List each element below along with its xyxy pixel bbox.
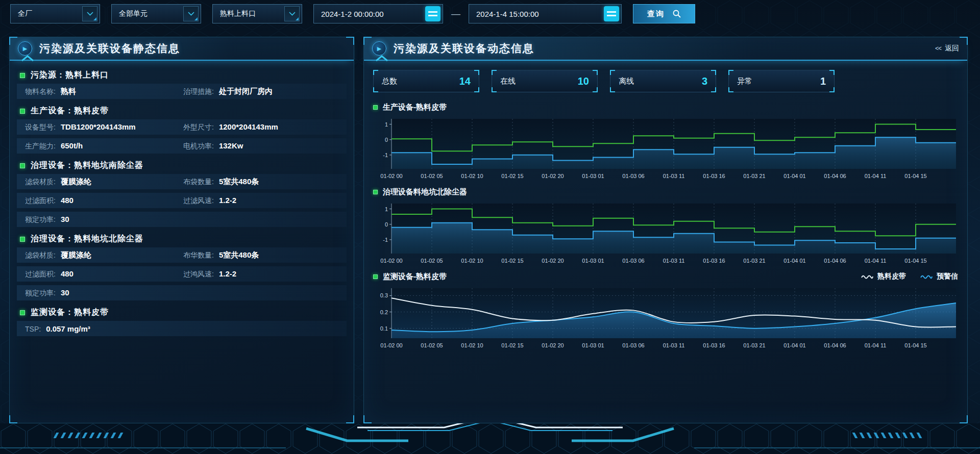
charts-area: 生产设备-熟料皮带10-101-02 0001-02 0501-02 1001-… bbox=[364, 96, 967, 351]
info-cell: 滤袋材质:覆膜涤纶 bbox=[25, 177, 183, 187]
stat-corner-decoration bbox=[728, 87, 733, 92]
info-value: 5室共480条 bbox=[219, 177, 259, 187]
calendar-icon[interactable] bbox=[604, 6, 619, 21]
select-pollution-source[interactable]: 熟料上料口 bbox=[212, 4, 302, 23]
svg-text:01-02 20: 01-02 20 bbox=[542, 258, 564, 264]
static-info-header: ▶ 污染源及关联设备静态信息 bbox=[10, 37, 354, 61]
svg-text:01-02 00: 01-02 00 bbox=[380, 173, 402, 179]
legend-item[interactable]: 熟料皮带 bbox=[861, 272, 906, 281]
date-from-input[interactable]: 2024-1-2 00:00:00 bbox=[313, 4, 443, 23]
svg-text:-1: -1 bbox=[383, 237, 388, 243]
chart-block: 监测设备-熟料皮带熟料皮带预警信0.30.20.101-02 0001-02 0… bbox=[373, 269, 958, 351]
chart-bullet-icon bbox=[373, 105, 378, 110]
svg-text:01-04 01: 01-04 01 bbox=[783, 173, 805, 179]
query-button[interactable]: 查询 bbox=[633, 4, 695, 23]
stat-corner-decoration bbox=[492, 87, 497, 92]
svg-text:01-02 10: 01-02 10 bbox=[461, 342, 483, 348]
chevron-down-icon[interactable] bbox=[284, 6, 300, 21]
svg-text:01-03 16: 01-03 16 bbox=[703, 342, 725, 348]
info-cell: 设备型号:TDB1200*204143mm bbox=[25, 122, 183, 132]
svg-text:0.2: 0.2 bbox=[380, 309, 388, 315]
info-cell: 额定功率:30 bbox=[25, 288, 341, 298]
info-label: 生产能力: bbox=[25, 142, 56, 151]
info-value: 0.057 mg/m³ bbox=[46, 324, 90, 333]
legend-item[interactable]: 预警信 bbox=[920, 272, 958, 281]
dynamic-info-title: 污染源及关联设备动态信息 bbox=[394, 41, 534, 56]
info-row: 过滤面积:480过滤风速:1.2-2 bbox=[17, 193, 347, 208]
device-stats-row: 总数14在线10离线3异常1 bbox=[364, 61, 967, 96]
info-label: 电机功率: bbox=[183, 142, 214, 151]
chart-title: 监测设备-熟料皮带 bbox=[383, 272, 447, 282]
chart-title-row: 生产设备-熟料皮带 bbox=[373, 99, 958, 115]
stat-label: 离线 bbox=[619, 77, 634, 86]
section-heading: 治理设备：熟料地坑南除尘器 bbox=[17, 157, 347, 174]
select-unit[interactable]: 全部单元 bbox=[111, 4, 201, 23]
info-value: 1200*204143mm bbox=[219, 122, 278, 131]
svg-text:01-03 06: 01-03 06 bbox=[622, 258, 644, 264]
svg-text:01-03 01: 01-03 01 bbox=[582, 173, 604, 179]
select-pollution-source-value: 熟料上料口 bbox=[220, 9, 256, 18]
chevron-down-icon[interactable] bbox=[82, 6, 97, 21]
svg-text:01-04 11: 01-04 11 bbox=[865, 173, 887, 179]
section-heading-label: 治理设备：熟料地坑南除尘器 bbox=[31, 160, 143, 171]
select-plant-value: 全厂 bbox=[18, 9, 32, 18]
svg-text:-1: -1 bbox=[383, 152, 388, 158]
info-value: 1.2-2 bbox=[219, 269, 236, 278]
info-cell: 滤袋材质:覆膜涤纶 bbox=[25, 250, 183, 260]
date-to-input[interactable]: 2024-1-4 15:00:00 bbox=[469, 4, 622, 23]
svg-text:01-02 15: 01-02 15 bbox=[501, 342, 523, 348]
info-value: 熟料 bbox=[61, 87, 76, 96]
stat-card: 在线10 bbox=[492, 70, 598, 92]
stat-corner-decoration bbox=[373, 87, 378, 92]
section-heading: 监测设备：熟料皮带 bbox=[17, 304, 347, 321]
info-label: 滤袋材质: bbox=[25, 178, 56, 187]
info-cell: 布华数量:5室共480条 bbox=[183, 250, 341, 260]
svg-text:01-04 01: 01-04 01 bbox=[783, 342, 805, 348]
svg-text:01-02 15: 01-02 15 bbox=[501, 173, 523, 179]
svg-text:1: 1 bbox=[385, 121, 388, 128]
stat-corner-decoration bbox=[610, 70, 615, 75]
svg-text:01-03 21: 01-03 21 bbox=[743, 258, 765, 264]
svg-text:01-03 11: 01-03 11 bbox=[663, 258, 685, 264]
section-heading: 生产设备：熟料皮带 bbox=[17, 103, 347, 119]
stat-value: 10 bbox=[578, 75, 589, 87]
svg-text:01-03 11: 01-03 11 bbox=[663, 342, 685, 348]
info-cell: TSP:0.057 mg/m³ bbox=[25, 324, 341, 333]
dynamic-info-panel: ▶ 污染源及关联设备动态信息 << 返回 总数14在线10离线3异常1 生产设备… bbox=[363, 37, 968, 423]
chart-bullet-icon bbox=[373, 274, 378, 279]
section-heading-label: 生产设备：熟料皮带 bbox=[31, 106, 109, 116]
info-row: 滤袋材质:覆膜涤纶布袋数量:5室共480条 bbox=[17, 174, 347, 189]
info-row: 生产能力:650t/h电机功率:132Kw bbox=[17, 138, 347, 154]
stat-value: 14 bbox=[459, 75, 471, 87]
svg-text:01-03 21: 01-03 21 bbox=[743, 173, 765, 179]
stat-corner-decoration bbox=[711, 87, 716, 92]
svg-text:01-04 15: 01-04 15 bbox=[904, 258, 926, 264]
stat-label: 在线 bbox=[500, 77, 516, 86]
play-icon: ▶ bbox=[372, 41, 386, 56]
select-plant[interactable]: 全厂 bbox=[10, 4, 100, 23]
section-heading-label: 治理设备：熟料地坑北除尘器 bbox=[31, 234, 143, 244]
svg-text:01-04 15: 01-04 15 bbox=[904, 173, 926, 179]
back-button-label: 返回 bbox=[945, 44, 959, 53]
date-to-value: 2024-1-4 15:00:00 bbox=[476, 10, 539, 18]
info-row: TSP:0.057 mg/m³ bbox=[17, 321, 347, 336]
info-cell: 额定功率:30 bbox=[25, 215, 341, 224]
date-from-value: 2024-1-2 00:00:00 bbox=[321, 10, 384, 18]
calendar-icon[interactable] bbox=[425, 6, 440, 21]
info-label: 物料名称: bbox=[25, 87, 56, 96]
info-label: 过滤面积: bbox=[25, 196, 56, 206]
chart-block: 生产设备-熟料皮带10-101-02 0001-02 0501-02 1001-… bbox=[373, 99, 958, 182]
info-label: 过鸿风速: bbox=[183, 270, 214, 279]
back-button[interactable]: << 返回 bbox=[935, 44, 959, 53]
info-cell: 外型尺寸:1200*204143mm bbox=[183, 122, 341, 132]
info-row: 滤袋材质:覆膜涤纶布华数量:5室共480条 bbox=[17, 247, 347, 263]
chevron-down-icon[interactable] bbox=[183, 6, 199, 21]
chart-title: 治理设备料地坑北除尘器 bbox=[383, 187, 467, 197]
info-value: 650t/h bbox=[61, 141, 83, 150]
section-heading: 治理设备：熟料地坑北除尘器 bbox=[17, 231, 347, 247]
info-label: 外型尺寸: bbox=[183, 123, 214, 132]
section-bullet-icon bbox=[20, 109, 25, 114]
info-label: TSP: bbox=[25, 325, 41, 333]
toolbar: 全厂 全部单元 熟料上料口 2024-1-2 00:00:00 — 2024-1… bbox=[10, 4, 695, 24]
info-label: 治理措施: bbox=[183, 87, 214, 96]
